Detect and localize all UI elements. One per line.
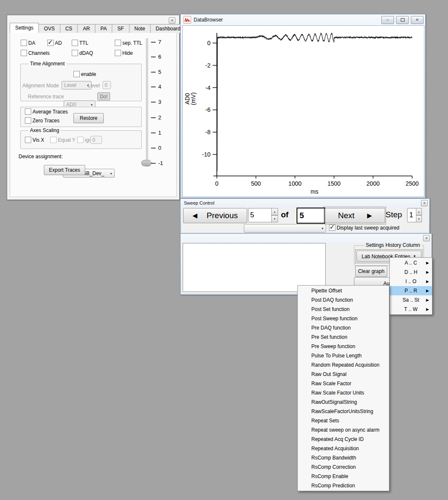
menu-item[interactable]: Repeated Acquisition bbox=[298, 444, 389, 453]
hide-checkbox[interactable]: Hide bbox=[115, 50, 133, 56]
vis-x-checkbox[interactable]: Vis X bbox=[25, 137, 44, 143]
sep-ttl-checkbox[interactable]: sep. TTL bbox=[115, 40, 142, 46]
sweep-number-stepper[interactable]: ▲ ▼ bbox=[271, 208, 278, 222]
menu-item[interactable]: Raw Scale Factor bbox=[298, 379, 389, 388]
spin-down-icon[interactable]: ▼ bbox=[271, 215, 278, 222]
level-label: Level bbox=[88, 83, 100, 89]
checkbox-box[interactable] bbox=[73, 71, 80, 77]
checkbox-box[interactable] bbox=[115, 40, 121, 46]
checkbox-box[interactable] bbox=[77, 137, 84, 143]
minimize-button[interactable]: ─ bbox=[381, 16, 394, 24]
submenu-arrow-icon: ▶ bbox=[426, 307, 429, 311]
ign-input[interactable]: 0 bbox=[90, 136, 102, 144]
checkbox-box[interactable] bbox=[72, 40, 78, 46]
slider-tick-label: 0 bbox=[158, 145, 161, 151]
databrowser-plot-area[interactable]: 0-2-4-6-8-1005001000150020002500msAD0(mV… bbox=[182, 25, 424, 197]
display-last-sweep-checkbox[interactable]: ✓ Display last sweep acquired bbox=[329, 224, 399, 231]
menu-item[interactable]: Pre Set function bbox=[298, 332, 389, 342]
do-button[interactable]: Do! bbox=[97, 92, 110, 100]
clear-graph-button[interactable]: Clear graph bbox=[355, 266, 387, 277]
slider-tick-label: 7 bbox=[158, 39, 161, 45]
menu-item[interactable]: Pre DAQ function bbox=[298, 323, 389, 332]
settings-history-graph[interactable] bbox=[183, 243, 326, 292]
menu-group-tw[interactable]: T .. W▶ bbox=[390, 305, 432, 314]
step-stepper[interactable]: ▲ ▼ bbox=[416, 208, 422, 222]
checkbox-box[interactable] bbox=[115, 50, 121, 56]
alignment-mode-dropdown[interactable]: Level ▼ bbox=[62, 81, 92, 89]
databrowser-titlebar[interactable]: DataBrowser ─ ✕ bbox=[181, 14, 425, 25]
da-checkbox[interactable]: DA bbox=[21, 40, 35, 46]
ad-checkbox[interactable]: ✓AD bbox=[47, 40, 62, 46]
tab-sf[interactable]: SF bbox=[112, 24, 129, 33]
menu-item[interactable]: Pulse To Pulse Length bbox=[298, 351, 389, 360]
menu-item[interactable]: Pre Sweep function bbox=[298, 342, 389, 351]
checkbox-box[interactable]: ✓ bbox=[329, 224, 335, 231]
overlay-sweeps-dropdown[interactable]: ▼ bbox=[244, 224, 326, 232]
checkbox-box[interactable] bbox=[21, 40, 27, 46]
menu-item[interactable]: Raw Out Signal bbox=[298, 370, 389, 379]
close-button[interactable]: ✕ bbox=[411, 16, 424, 24]
spin-up-icon[interactable]: ▲ bbox=[271, 208, 278, 215]
menu-group-sast[interactable]: Sa .. St▶ bbox=[390, 295, 432, 305]
level-input[interactable]: 0 bbox=[103, 81, 111, 89]
menu-item[interactable]: Repeat Sets bbox=[298, 416, 389, 425]
close-icon[interactable]: ✕ bbox=[421, 200, 428, 206]
spin-down-icon[interactable]: ▼ bbox=[416, 215, 422, 222]
equal-y-checkbox[interactable]: Equal Y bbox=[50, 137, 76, 143]
menu-group-dh[interactable]: D .. H▶ bbox=[390, 268, 432, 277]
average-traces-label: Average Traces bbox=[32, 109, 68, 115]
zero-traces-checkbox[interactable]: Zero Traces bbox=[25, 117, 59, 124]
restore-button[interactable]: Restore bbox=[73, 113, 104, 123]
sweep-control-titlebar[interactable]: Sweep Control ✕ bbox=[181, 199, 429, 207]
export-traces-button[interactable]: Export Traces bbox=[44, 165, 85, 175]
checkbox-box[interactable] bbox=[50, 137, 57, 143]
close-icon[interactable]: ✕ bbox=[169, 17, 175, 24]
checkbox-box[interactable] bbox=[25, 108, 31, 115]
menu-group-ac[interactable]: A .. C▶ bbox=[390, 258, 432, 268]
menu-item[interactable]: Repeat sweep on async alarm bbox=[298, 425, 389, 435]
spin-up-icon[interactable]: ▲ bbox=[416, 208, 422, 215]
checkbox-box[interactable] bbox=[25, 117, 31, 124]
menu-item[interactable]: Raw Scale Factor Units bbox=[298, 388, 389, 397]
ddaq-checkbox[interactable]: dDAQ bbox=[72, 50, 93, 56]
labnotebook-titlebar[interactable]: ✕ bbox=[181, 234, 432, 242]
slider-tick-label: 3 bbox=[158, 99, 161, 105]
menu-group-pr[interactable]: P .. R▶ bbox=[390, 286, 432, 295]
checkbox-box[interactable] bbox=[72, 50, 78, 56]
menu-item[interactable]: RawScaleFactorUnitsString bbox=[298, 407, 389, 416]
tab-settings[interactable]: Settings bbox=[10, 23, 39, 33]
sweep-control-window: Sweep Control ✕ ◀ Previous 5 ▲ ▼ of 5 Ne… bbox=[180, 198, 430, 234]
tab-ar[interactable]: AR bbox=[77, 24, 95, 33]
menu-item[interactable]: Post Set function bbox=[298, 305, 389, 314]
tab-cs[interactable]: CS bbox=[60, 24, 78, 33]
checkbox-box[interactable] bbox=[21, 50, 27, 56]
menu-item[interactable]: Random Repeated Acquisition bbox=[298, 360, 389, 370]
overlay-slider-track[interactable] bbox=[146, 38, 148, 167]
ttl-checkbox[interactable]: TTL bbox=[72, 40, 88, 46]
checkbox-box[interactable] bbox=[25, 137, 31, 143]
menu-item[interactable]: Repeated Acq Cycle ID bbox=[298, 435, 389, 444]
menu-item[interactable]: RsComp Prediction bbox=[298, 481, 389, 490]
maximize-button[interactable] bbox=[396, 16, 409, 24]
close-icon[interactable]: ✕ bbox=[423, 235, 430, 241]
enable-checkbox[interactable]: enable bbox=[73, 71, 96, 77]
menu-item[interactable]: Pipette Offset bbox=[298, 286, 389, 295]
checkbox-label: Channels bbox=[28, 50, 50, 56]
tab-pa[interactable]: PA bbox=[95, 24, 112, 33]
menu-group-io[interactable]: I .. O▶ bbox=[390, 277, 432, 286]
previous-sweep-button[interactable]: ◀ Previous bbox=[183, 208, 247, 223]
sweep-number-input[interactable]: 5 bbox=[248, 208, 273, 222]
next-sweep-button[interactable]: Next ▶ bbox=[325, 208, 385, 223]
channels-checkbox[interactable]: Channels bbox=[21, 50, 50, 56]
average-traces-checkbox[interactable]: Average Traces bbox=[25, 108, 68, 115]
menu-item[interactable]: Post DAQ function bbox=[298, 295, 389, 305]
checkbox-box[interactable]: ✓ bbox=[47, 40, 54, 46]
tab-ovs[interactable]: OVS bbox=[38, 24, 60, 33]
slider-tick-mark bbox=[151, 163, 156, 164]
menu-item[interactable]: RsComp Bandwidth bbox=[298, 453, 389, 462]
menu-item[interactable]: RawOutSignalString bbox=[298, 397, 389, 407]
tab-note[interactable]: Note bbox=[129, 24, 151, 33]
menu-item[interactable]: Post Sweep function bbox=[298, 314, 389, 323]
menu-item[interactable]: RsComp Enable bbox=[298, 472, 389, 481]
menu-item[interactable]: RsComp Correction bbox=[298, 462, 389, 472]
